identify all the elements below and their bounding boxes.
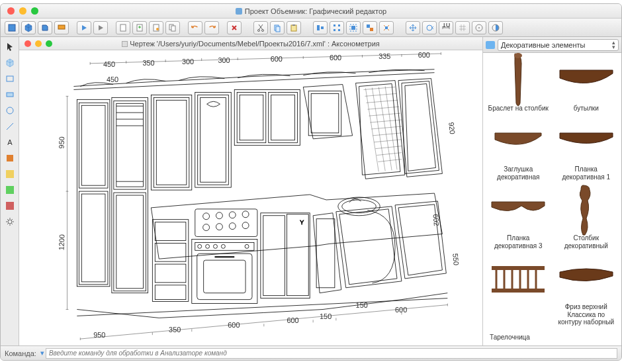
open-button[interactable] — [149, 21, 163, 34]
svg-rect-90 — [287, 214, 309, 296]
catalog-item[interactable] — [486, 254, 551, 328]
svg-rect-79 — [195, 242, 254, 250]
svg-rect-53 — [198, 95, 229, 185]
undo-button[interactable] — [188, 21, 202, 34]
render-button[interactable] — [77, 21, 91, 34]
svg-rect-14 — [317, 25, 320, 30]
catalog-item[interactable]: Планка декоративная 3 — [486, 185, 551, 251]
ungroup-button[interactable] — [363, 21, 377, 34]
color-swatch-1[interactable] — [3, 167, 17, 181]
cut-button[interactable] — [253, 21, 268, 34]
move-button[interactable] — [406, 21, 420, 34]
new-doc-button[interactable] — [116, 21, 130, 34]
svg-text:600: 600 — [287, 316, 299, 324]
svg-point-5 — [156, 28, 159, 30]
color-swatch-3[interactable] — [3, 199, 17, 213]
text-tool[interactable]: A — [3, 135, 17, 150]
svg-rect-77 — [155, 285, 186, 300]
line-tool[interactable] — [3, 119, 17, 134]
copy2-button[interactable] — [270, 21, 285, 34]
catalog-item[interactable]: Браслет на столбик — [486, 56, 551, 114]
svg-point-67 — [203, 224, 210, 231]
svg-text:10: 10 — [442, 23, 450, 28]
svg-rect-55 — [234, 89, 300, 145]
catalog-item[interactable]: Фриз верхний Классика по контуру наборны… — [554, 254, 619, 328]
cube-tool[interactable] — [3, 56, 17, 70]
titlebar: Проект Объемник: Графический редактор — [1, 4, 621, 19]
align-button[interactable] — [313, 21, 328, 34]
chevron-updown-icon: ▴▾ — [612, 40, 615, 50]
svg-rect-56 — [237, 92, 266, 142]
svg-point-70 — [242, 222, 249, 229]
group-button[interactable] — [346, 21, 361, 34]
pointer-tool[interactable] — [3, 40, 17, 54]
svg-rect-91 — [316, 219, 335, 288]
shade-button[interactable] — [488, 21, 503, 34]
color-swatch-2[interactable] — [3, 183, 17, 197]
app-title: Проект Объемник: Графический редактор — [1, 7, 621, 16]
command-input[interactable] — [46, 348, 617, 359]
grid-button[interactable] — [455, 21, 470, 34]
catalog-item[interactable]: Заглушка декоративная — [486, 116, 551, 183]
svg-text:A: A — [7, 138, 13, 146]
preview-button[interactable] — [93, 21, 108, 34]
svg-point-63 — [203, 213, 210, 220]
dropdown-icon[interactable]: ▾ — [40, 349, 44, 357]
svg-rect-7 — [171, 26, 175, 31]
catalog-item[interactable]: Планка декоративная 1 — [554, 116, 619, 183]
explode-button[interactable] — [379, 21, 394, 34]
category-combo[interactable]: Декоративные элементы ▴▾ — [498, 39, 619, 51]
status-bar: Команда: ▾ — [1, 345, 621, 360]
svg-point-81 — [206, 244, 210, 248]
drawing-canvas[interactable]: Y 450 350 300 300 600 600 335 600 — [19, 50, 482, 345]
copy-button[interactable] — [165, 21, 180, 34]
svg-rect-2 — [120, 24, 126, 31]
svg-rect-11 — [276, 26, 280, 32]
svg-point-84 — [245, 244, 249, 248]
redo-button[interactable] — [204, 21, 219, 34]
panel-tool[interactable] — [3, 87, 17, 102]
paste-button[interactable] — [287, 21, 301, 34]
svg-rect-115 — [492, 266, 545, 270]
main-toolbar: 10 — [1, 19, 621, 37]
svg-text:335: 335 — [378, 52, 390, 60]
view-iso-button[interactable] — [21, 21, 36, 34]
view-side-button[interactable] — [38, 21, 52, 34]
svg-point-8 — [258, 29, 260, 31]
circle-tool[interactable] — [3, 103, 17, 118]
new-plus-button[interactable] — [132, 21, 147, 34]
svg-text:150: 150 — [356, 301, 368, 309]
svg-rect-30 — [7, 76, 13, 81]
svg-rect-89 — [263, 216, 285, 296]
svg-point-32 — [7, 107, 13, 114]
view-front-button[interactable] — [5, 21, 19, 34]
view-top-button[interactable] — [54, 21, 69, 34]
dim-button[interactable]: 10 — [439, 21, 453, 34]
svg-rect-35 — [6, 170, 14, 178]
distribute-button[interactable] — [330, 21, 344, 34]
rect-tool[interactable] — [3, 71, 17, 86]
svg-text:600: 600 — [418, 51, 430, 59]
delete-button[interactable] — [227, 21, 242, 34]
svg-rect-31 — [7, 93, 13, 97]
catalog-item[interactable]: бутылки — [554, 56, 619, 114]
paint-tool[interactable] — [3, 151, 17, 165]
snap-button[interactable] — [472, 21, 486, 34]
svg-rect-48 — [116, 195, 144, 289]
svg-text:602: 602 — [432, 214, 441, 226]
svg-point-9 — [262, 29, 264, 31]
settings-tool[interactable] — [3, 214, 17, 229]
catalog-item[interactable]: Тарелочница — [486, 331, 619, 343]
catalog-item[interactable]: Столбик декоративный — [554, 185, 619, 251]
svg-rect-47 — [114, 193, 146, 291]
svg-text:350: 350 — [142, 59, 154, 67]
svg-text:300: 300 — [218, 56, 230, 64]
svg-rect-88 — [261, 213, 310, 298]
svg-text:450: 450 — [103, 60, 115, 68]
catalog-grid[interactable]: Браслет на столбик бутылки Заглушка деко… — [483, 53, 621, 345]
svg-rect-60 — [308, 91, 341, 135]
command-label: Команда: — [5, 349, 36, 357]
svg-rect-1 — [58, 25, 65, 29]
rotate-button[interactable] — [422, 21, 437, 34]
svg-rect-46 — [116, 103, 144, 187]
